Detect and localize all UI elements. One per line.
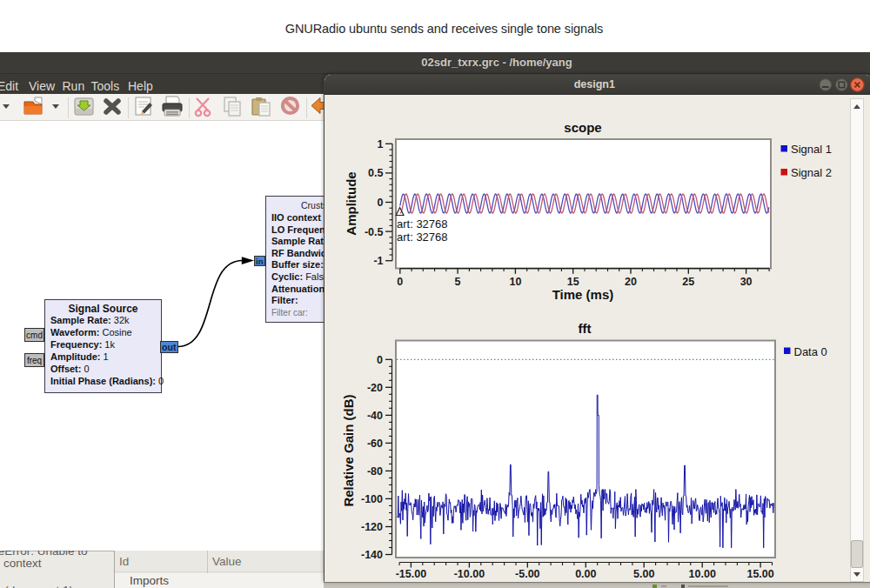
svg-text:art: 32768: art: 32768 [397, 217, 448, 231]
svg-text:-20: -20 [367, 382, 383, 394]
svg-text:0: 0 [397, 276, 403, 288]
svg-text:Time (ms): Time (ms) [552, 287, 614, 302]
svg-text:-80: -80 [367, 465, 383, 478]
svg-text:10.00: 10.00 [689, 568, 716, 580]
svg-text:1: 1 [378, 138, 384, 150]
svg-text:5: 5 [455, 276, 461, 288]
svg-text:-15.00: -15.00 [396, 568, 426, 580]
svg-text:10: 10 [509, 276, 521, 288]
svg-text:Data 0: Data 0 [794, 345, 827, 358]
svg-text:-1: -1 [373, 255, 383, 267]
svg-text:-140: -140 [361, 549, 383, 561]
svg-text:Relative Gain (dB): Relative Gain (dB) [341, 394, 356, 506]
svg-text:0: 0 [378, 197, 384, 209]
svg-text:0.5: 0.5 [368, 167, 383, 179]
svg-text:art: 32768: art: 32768 [397, 231, 448, 244]
svg-text:-100: -100 [361, 493, 383, 505]
svg-text:-60: -60 [367, 438, 383, 450]
svg-text:20: 20 [625, 276, 637, 288]
svg-text:fft: fft [579, 321, 592, 336]
svg-text:Signal 1: Signal 1 [791, 143, 832, 156]
svg-text:scope: scope [564, 120, 601, 135]
svg-text:25: 25 [682, 276, 694, 288]
svg-text:30: 30 [740, 276, 753, 288]
svg-text:-120: -120 [361, 521, 383, 533]
svg-text:15.00: 15.00 [746, 568, 773, 580]
svg-text:0.00: 0.00 [575, 568, 596, 580]
svg-text:Amplitude: Amplitude [344, 171, 358, 235]
svg-text:Signal 2: Signal 2 [791, 166, 832, 179]
svg-text:-40: -40 [367, 410, 383, 422]
svg-text:-10.00: -10.00 [454, 568, 485, 580]
svg-text:15: 15 [567, 276, 579, 288]
svg-text:0: 0 [377, 354, 383, 366]
svg-text:-5.00: -5.00 [515, 568, 540, 580]
svg-text:5.00: 5.00 [633, 568, 654, 580]
svg-text:-0.5: -0.5 [365, 226, 384, 238]
